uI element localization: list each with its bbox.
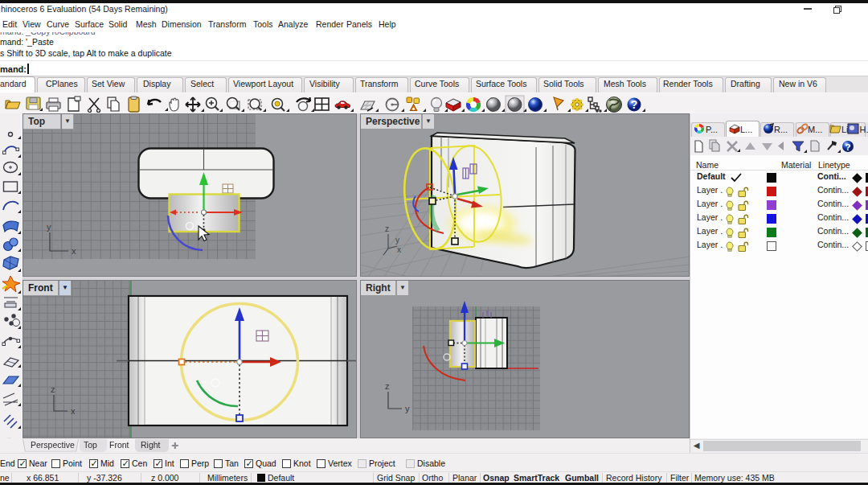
svg-text:R...: R... (774, 125, 788, 134)
svg-text:x: x (397, 245, 401, 254)
svg-text:z: z (385, 224, 389, 233)
svg-text:?: ? (631, 98, 638, 111)
svg-text:x: x (72, 246, 76, 256)
svg-text:L...: L... (740, 125, 752, 134)
svg-text:y: y (47, 222, 51, 232)
svg-text:?: ? (845, 142, 850, 152)
svg-text:H...: H... (860, 125, 868, 134)
svg-text:M...: M... (808, 125, 822, 134)
svg-text:z: z (385, 381, 390, 391)
svg-text:z: z (51, 384, 55, 394)
svg-text:P...: P... (706, 125, 718, 134)
svg-text:y: y (405, 404, 410, 413)
svg-text:y: y (395, 236, 399, 245)
svg-text:x: x (71, 406, 76, 416)
